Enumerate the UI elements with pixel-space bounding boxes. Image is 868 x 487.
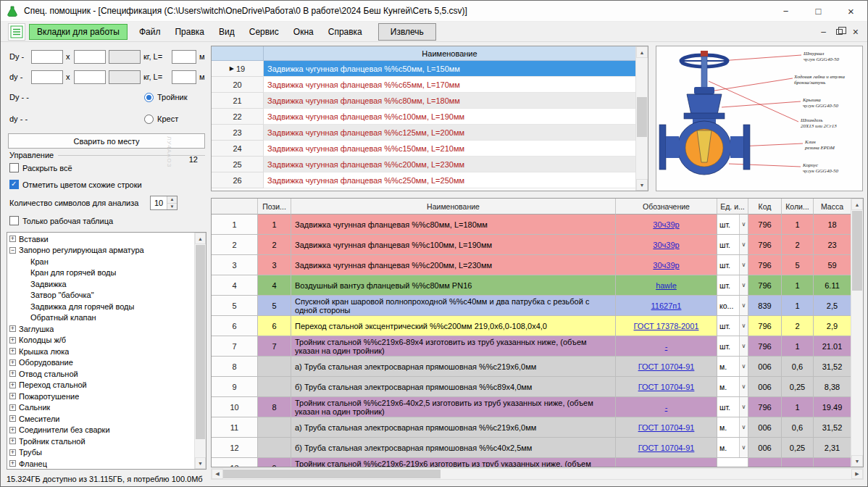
- expand-icon[interactable]: +: [9, 370, 16, 377]
- table-row[interactable]: 55Спускной кран шаровой полнопроходной %…: [212, 296, 851, 316]
- tree-item[interactable]: +Вставки: [7, 233, 194, 245]
- menu-item[interactable]: Справка: [321, 24, 370, 40]
- specification-vscrollbar[interactable]: ▲ ▼: [851, 199, 863, 467]
- unit-dropdown-icon[interactable]: ∨: [739, 296, 748, 315]
- weld-in-place-button[interactable]: Сварить по месту: [8, 133, 205, 149]
- unit-dropdown-icon[interactable]: ∨: [739, 417, 748, 437]
- close-icon[interactable]: ×: [835, 1, 867, 21]
- mdi-close-icon[interactable]: ×: [853, 28, 859, 36]
- tree-item[interactable]: Кран для горячей воды: [7, 267, 194, 279]
- expand-icon[interactable]: +: [9, 359, 16, 366]
- designation-link[interactable]: ГОСТ 10704-91: [638, 383, 695, 391]
- designation-link[interactable]: 11627п1: [651, 301, 682, 310]
- tree-item[interactable]: −Запорно регулирующая арматура: [7, 245, 194, 257]
- dy-upper-input-2[interactable]: [74, 50, 106, 64]
- menu-item[interactable]: Правка: [167, 24, 212, 40]
- table-row[interactable]: 77Тройник стальной %%с219х6-89х4 изготов…: [212, 336, 851, 357]
- table-row[interactable]: 33Задвижка чугунная фланцевая %%с200мм, …: [212, 255, 851, 275]
- unit-dropdown-icon[interactable]: ∨: [739, 397, 748, 417]
- table-row[interactable]: 22Задвижка чугунная фланцевая %%с100мм, …: [212, 235, 851, 255]
- tree-item[interactable]: +Трубы: [7, 447, 194, 459]
- unit-dropdown-icon[interactable]: ∨: [739, 275, 748, 295]
- expand-icon[interactable]: +: [9, 325, 16, 332]
- scroll-up-icon[interactable]: ▲: [195, 233, 206, 244]
- expand-icon[interactable]: +: [9, 460, 16, 467]
- designation-link[interactable]: ГОСТ 10704-91: [638, 362, 695, 371]
- designation-link[interactable]: hawle: [656, 281, 677, 290]
- extract-button[interactable]: Извлечь: [378, 23, 436, 41]
- tree-scrollbar[interactable]: ▲ ▼: [194, 233, 206, 469]
- collapse-icon[interactable]: −: [9, 247, 16, 254]
- table-row[interactable]: 11а) Труба стальная электросварная прямо…: [212, 417, 851, 438]
- scrollbar-thumb[interactable]: [196, 245, 205, 439]
- menu-item[interactable]: Файл: [132, 24, 168, 40]
- tree-item[interactable]: +Сальник: [7, 402, 194, 414]
- dy-upper-input-3[interactable]: [109, 50, 141, 64]
- tree-item[interactable]: Задвижка: [7, 278, 194, 290]
- scroll-down-icon[interactable]: ▼: [851, 455, 863, 467]
- scroll-up-icon[interactable]: ▲: [851, 199, 863, 210]
- designation-link[interactable]: ГОСТ 10704-91: [638, 444, 695, 452]
- top-table-row[interactable]: 26Задвижка чугунная фланцевая %%с250мм, …: [212, 172, 635, 188]
- scrollbar-thumb[interactable]: [852, 211, 862, 291]
- unit-dropdown-icon[interactable]: ∨: [739, 377, 748, 396]
- unit-dropdown-icon[interactable]: ∨: [739, 357, 748, 376]
- menu-item[interactable]: Вид: [212, 24, 242, 40]
- table-row[interactable]: 11Задвижка чугунная фланцевая %%с80мм, L…: [212, 215, 851, 235]
- dy-upper-input-1[interactable]: [31, 50, 63, 64]
- dy-lower-length-input[interactable]: [172, 70, 196, 84]
- designation-link[interactable]: 30ч39р: [653, 241, 679, 249]
- dy-lower-input-3[interactable]: [109, 70, 141, 84]
- table-row[interactable]: 108Тройник стальной %%с219х6-40х2,5 изго…: [212, 397, 851, 417]
- unit-dropdown-icon[interactable]: ∨: [739, 336, 748, 356]
- mdi-restore-icon[interactable]: [836, 29, 843, 35]
- specification-hscrollbar[interactable]: ◀ ▶: [211, 468, 864, 480]
- tree-item[interactable]: Обратный клапан: [7, 312, 194, 324]
- designation-link[interactable]: ГОСТ 17378-2001: [634, 322, 699, 330]
- spinner-down-icon[interactable]: ▼: [167, 204, 177, 210]
- designation-link[interactable]: ГОСТ 10704-91: [638, 423, 695, 432]
- scroll-down-icon[interactable]: ▼: [636, 179, 648, 191]
- tree-item[interactable]: Кран: [7, 256, 194, 267]
- menu-item[interactable]: Окна: [286, 24, 321, 40]
- table-row[interactable]: 44Воздушный вантуз фланцевый %%с80мм PN1…: [212, 275, 851, 296]
- list-icon-button[interactable]: [8, 23, 25, 41]
- designation-link[interactable]: -: [665, 403, 668, 412]
- tree-item[interactable]: +Крышка люка: [7, 346, 194, 357]
- table-row[interactable]: 139Тройник стальной %%с219х6-219х6 изгот…: [212, 458, 851, 467]
- tree-item[interactable]: +Заглушка: [7, 323, 194, 335]
- tree-item[interactable]: +Колодцы ж/б: [7, 335, 194, 346]
- expand-icon[interactable]: +: [9, 427, 16, 433]
- dy-upper-length-input[interactable]: [172, 50, 196, 64]
- designation-link[interactable]: 30ч39р: [653, 261, 679, 270]
- spinner-up-icon[interactable]: ▲: [167, 196, 177, 204]
- work-tabs-button[interactable]: Вкладки для работы: [29, 24, 128, 40]
- expand-icon[interactable]: +: [9, 449, 16, 456]
- table-row[interactable]: 9б) Труба стальная электросварная прямош…: [212, 377, 851, 397]
- unit-dropdown-icon[interactable]: ∨: [739, 235, 748, 254]
- tree-item[interactable]: +Фланец: [7, 458, 194, 468]
- expand-icon[interactable]: +: [9, 438, 16, 444]
- unit-dropdown-icon[interactable]: ∨: [739, 215, 748, 234]
- scroll-right-icon[interactable]: ▶: [851, 469, 863, 479]
- work-table-only-checkbox[interactable]: Только рабочая таблица: [9, 216, 113, 225]
- mdi-minimize-icon[interactable]: –: [821, 30, 826, 34]
- designation-link[interactable]: -: [665, 342, 668, 351]
- table-row[interactable]: 66Переход стальной эксцентрический %%с20…: [212, 316, 851, 336]
- expand-icon[interactable]: +: [9, 404, 16, 411]
- designation-link[interactable]: 30ч39р: [653, 220, 679, 229]
- cross-radio[interactable]: Крест: [144, 115, 178, 124]
- top-table-row[interactable]: ▶19Задвижка чугунная фланцевая %%с50мм, …: [212, 61, 635, 77]
- menu-item[interactable]: Сервис: [242, 24, 286, 40]
- scroll-left-icon[interactable]: ◀: [212, 469, 223, 479]
- tee-radio[interactable]: Тройник: [144, 93, 188, 102]
- expand-icon[interactable]: +: [9, 236, 16, 242]
- unit-dropdown-icon[interactable]: ∨: [739, 438, 748, 457]
- top-table-row[interactable]: 23Задвижка чугунная фланцевая %%с125мм, …: [212, 125, 635, 141]
- tree-item[interactable]: +Соединители без сварки: [7, 425, 194, 436]
- expand-icon[interactable]: +: [9, 393, 16, 399]
- color-similar-rows-checkbox[interactable]: Отметить цветом схожие строки: [9, 180, 142, 189]
- minimize-icon[interactable]: −: [769, 1, 802, 21]
- top-table-row[interactable]: 21Задвижка чугунная фланцевая %%с80мм, L…: [212, 93, 635, 109]
- maximize-icon[interactable]: □: [802, 1, 835, 21]
